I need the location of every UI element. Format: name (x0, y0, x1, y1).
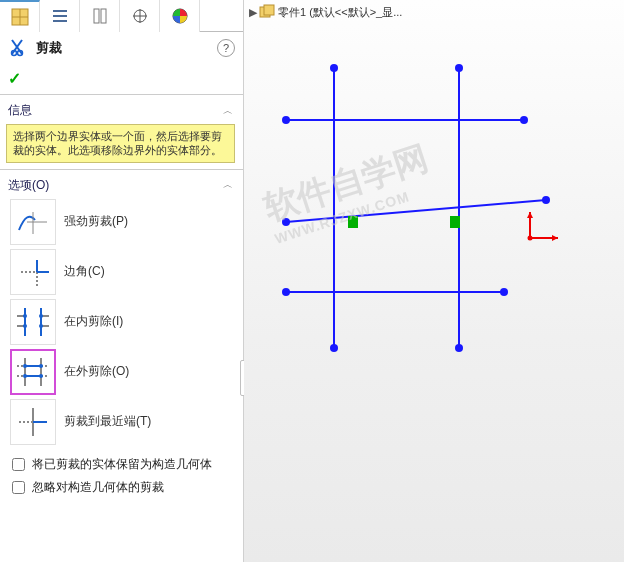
config-icon (91, 7, 109, 25)
info-section-title: 信息 (8, 102, 32, 119)
option-label: 在外剪除(O) (64, 363, 129, 380)
corner-icon (10, 249, 56, 295)
tab-dimxpert[interactable] (120, 0, 160, 32)
option-label: 剪裁到最近端(T) (64, 413, 151, 430)
svg-point-15 (18, 51, 23, 56)
svg-point-41 (39, 364, 43, 368)
option-corner[interactable]: 边角(C) (8, 247, 235, 297)
info-section-head[interactable]: 信息 ︿ (6, 101, 235, 120)
option-trim-outside[interactable]: 在外剪除(O) (8, 347, 235, 397)
panel-title: 剪裁 (36, 39, 62, 57)
svg-point-60 (282, 218, 290, 226)
option-trim-inside[interactable]: 在内剪除(I) (8, 297, 235, 347)
options-section: 选项(O) ︿ 强劲剪裁(P) 边角(C) 在内剪除(I) (0, 169, 243, 501)
checkbox-label: 将已剪裁的实体保留为构造几何体 (32, 457, 212, 471)
svg-rect-5 (53, 20, 67, 22)
trim-icon (8, 38, 30, 58)
tab-property-manager[interactable] (40, 0, 80, 32)
feature-panel: 剪裁 ? ✓ 信息 ︿ 选择两个边界实体或一个面，然后选择要剪裁的实体。此选项移… (0, 0, 244, 562)
option-power-trim[interactable]: 强劲剪裁(P) (8, 197, 235, 247)
list-icon (51, 7, 69, 25)
option-label: 强劲剪裁(P) (64, 213, 128, 230)
svg-point-56 (455, 64, 463, 72)
svg-point-14 (12, 51, 17, 56)
svg-point-62 (282, 288, 290, 296)
sketch-canvas[interactable] (244, 0, 624, 562)
chevron-up-icon: ︿ (223, 178, 233, 192)
option-label: 边角(C) (64, 263, 105, 280)
svg-rect-3 (53, 10, 67, 12)
options-list: 强劲剪裁(P) 边角(C) 在内剪除(I) 在外剪除(O) (6, 195, 235, 453)
svg-rect-6 (94, 9, 99, 23)
svg-rect-4 (53, 15, 67, 17)
checkbox-label: 忽略对构造几何体的剪裁 (32, 480, 164, 494)
svg-line-52 (286, 200, 546, 222)
checkbox-keep-construction[interactable]: 将已剪裁的实体保留为构造几何体 (6, 453, 235, 476)
checkbox-ignore-construction[interactable]: 忽略对构造几何体的剪裁 (6, 476, 235, 499)
svg-marker-67 (552, 235, 558, 241)
cube-icon (9, 6, 31, 28)
svg-point-42 (23, 374, 27, 378)
tabstrip-spacer (200, 0, 243, 31)
help-button[interactable]: ? (217, 39, 235, 57)
svg-point-54 (330, 64, 338, 72)
panel-actions: ✓ (0, 64, 243, 92)
option-label: 在内剪除(I) (64, 313, 123, 330)
target-icon (131, 7, 149, 25)
svg-rect-7 (101, 9, 106, 23)
svg-point-43 (39, 374, 43, 378)
options-section-title: 选项(O) (8, 177, 49, 194)
checkbox-input[interactable] (12, 481, 25, 494)
svg-point-31 (39, 324, 43, 328)
trim-closest-icon (10, 399, 56, 445)
ok-button[interactable]: ✓ (8, 69, 21, 88)
checkbox-input[interactable] (12, 458, 25, 471)
svg-point-29 (39, 314, 43, 318)
options-section-head[interactable]: 选项(O) ︿ (6, 176, 235, 195)
tab-appearance[interactable] (160, 0, 200, 32)
svg-point-55 (330, 344, 338, 352)
panel-header: 剪裁 ? (0, 32, 243, 64)
info-section: 信息 ︿ 选择两个边界实体或一个面，然后选择要剪裁的实体。此选项移除边界外的实体… (0, 94, 243, 167)
tab-feature-manager[interactable] (0, 0, 40, 32)
option-trim-closest[interactable]: 剪裁到最近端(T) (8, 397, 235, 447)
graphics-viewport[interactable]: ▶ 零件1 (默认<<默认>_显... 软件自学网WWW.RJZXW.COM (244, 0, 624, 562)
svg-point-61 (542, 196, 550, 204)
svg-rect-65 (450, 216, 460, 228)
trim-outside-icon (10, 349, 56, 395)
svg-point-58 (282, 116, 290, 124)
svg-point-30 (23, 324, 27, 328)
svg-rect-64 (348, 216, 358, 228)
svg-point-70 (528, 236, 533, 241)
chevron-up-icon: ︿ (223, 104, 233, 118)
coordinate-system-icon (524, 208, 564, 248)
svg-marker-69 (527, 212, 533, 218)
power-trim-icon (10, 199, 56, 245)
tab-configuration[interactable] (80, 0, 120, 32)
color-wheel-icon (171, 7, 189, 25)
svg-point-59 (520, 116, 528, 124)
svg-point-57 (455, 344, 463, 352)
svg-point-40 (23, 364, 27, 368)
svg-point-63 (500, 288, 508, 296)
svg-point-28 (23, 314, 27, 318)
panel-tabstrip (0, 0, 243, 32)
info-message: 选择两个边界实体或一个面，然后选择要剪裁的实体。此选项移除边界外的实体部分。 (6, 124, 235, 163)
trim-inside-icon (10, 299, 56, 345)
